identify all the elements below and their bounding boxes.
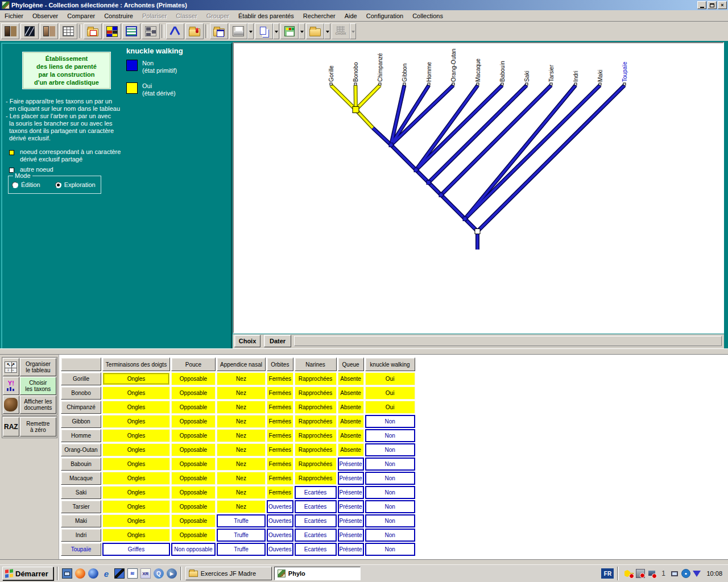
cell-orang-outan-orbites[interactable]: Fermées (267, 443, 293, 456)
cell-gorille-pouce[interactable]: Opposable (171, 372, 216, 385)
taxon-header-gorille[interactable]: Gorille (61, 372, 101, 385)
inner-node[interactable] (439, 193, 443, 197)
cell-macaque-queue[interactable]: Présente (338, 472, 364, 485)
menu-configuration[interactable]: Configuration (362, 11, 408, 20)
taxon-label-bonobo[interactable]: Bonobo (353, 62, 359, 82)
cell-bonobo-pouce[interactable]: Opposable (171, 386, 216, 400)
cell-babouin-pouce[interactable]: Opposable (171, 458, 216, 471)
cell-saki-orbites[interactable]: Fermées (267, 486, 293, 499)
organiser-tableau-button[interactable]: ↖↗↓→ (3, 358, 19, 376)
choisir-taxons-label[interactable]: Choisirles taxons (20, 377, 56, 395)
table-grid-button[interactable] (59, 23, 77, 39)
matrix-button[interactable] (103, 23, 121, 39)
cell-babouin-appendice-nasal[interactable]: Nez (217, 458, 266, 471)
cell-tarsier-queue[interactable]: Présente (338, 500, 364, 513)
cell-toupa-e-narines[interactable]: Ecartées (295, 543, 337, 556)
column-header-narines[interactable]: Narines (295, 357, 337, 371)
cell-tarsier-orbites[interactable]: Ouvertes (267, 500, 293, 513)
compare-faces-button[interactable] (40, 23, 58, 39)
observe-specimens-button[interactable] (1, 23, 19, 39)
taxon-header-indri[interactable]: Indri (61, 529, 101, 542)
cell-babouin-knuckle-walking[interactable]: Non (365, 458, 415, 471)
cell-gibbon-pouce[interactable]: Opposable (171, 415, 216, 428)
open-folder-button[interactable] (306, 23, 324, 39)
draw-tool-icon[interactable] (114, 568, 125, 579)
cell-orang-outan-pouce[interactable]: Opposable (171, 443, 216, 456)
cell-indri-pouce[interactable]: Opposable (171, 529, 216, 542)
cell-homme-queue[interactable]: Absente (338, 429, 364, 442)
taxon-label-orang-outan[interactable]: Orang-Outan (450, 49, 457, 82)
cell-chimpanz-appendice-nasal[interactable]: Nez (217, 401, 266, 414)
cell-macaque-pouce[interactable]: Opposable (171, 472, 216, 485)
taxon-label-toupa-e[interactable]: Toupaïe (622, 61, 628, 82)
cell-toupa-e-appendice-nasal[interactable]: Truffe (217, 543, 266, 556)
print-button[interactable] (229, 23, 247, 39)
cell-saki-knuckle-walking[interactable]: Non (365, 486, 415, 499)
cell-gorille-appendice-nasal[interactable]: Nez (217, 372, 266, 385)
cell-gibbon-orbites[interactable]: Fermées (267, 415, 293, 428)
taxon-label-gibbon[interactable]: Gibbon (402, 64, 408, 82)
cell-saki-narines[interactable]: Ecartées (295, 486, 337, 499)
taxon-header-chimpanz[interactable]: Chimpanzé (61, 401, 101, 414)
cell-babouin-narines[interactable]: Rapprochées (295, 458, 337, 471)
new-work-folder-button[interactable] (185, 23, 204, 39)
cell-bonobo-appendice-nasal[interactable]: Nez (217, 386, 266, 400)
taxon-header-homme[interactable]: Homme (61, 429, 101, 442)
cell-homme-knuckle-walking[interactable]: Non (365, 429, 415, 442)
afficher-documents-button[interactable] (3, 396, 19, 414)
classify-boxes-button[interactable] (142, 23, 160, 39)
cell-orang-outan-appendice-nasal[interactable]: Nez (217, 443, 266, 456)
taxon-label-babouin[interactable]: Babouin (499, 61, 506, 82)
snapshot-icon[interactable] (636, 569, 645, 578)
cell-maki-pouce[interactable]: Opposable (171, 514, 216, 527)
column-header-knuckle-walking[interactable]: knuckle walking (365, 357, 415, 371)
xr-app-icon[interactable]: XR (140, 568, 151, 579)
language-indicator[interactable]: FR (601, 568, 614, 579)
taxon-header-tarsier[interactable]: Tarsier (61, 500, 101, 513)
display-settings-icon[interactable] (670, 569, 679, 578)
start-button[interactable]: Démarrer (2, 567, 53, 580)
reference-folder-button[interactable] (84, 23, 102, 39)
cell-indri-narines[interactable]: Ecartées (295, 529, 337, 542)
copy-pages-button[interactable] (255, 23, 273, 39)
cell-gibbon-knuckle-walking[interactable]: Non (365, 415, 415, 428)
raz-button[interactable]: RAZ (3, 417, 19, 436)
cell-maki-knuckle-walking[interactable]: Non (365, 514, 415, 527)
cell-chimpanz-knuckle-walking[interactable]: Oui (365, 401, 415, 414)
cell-gorille-narines[interactable]: Rapprochées (295, 372, 337, 385)
taxon-header-saki[interactable]: Saki (61, 486, 101, 499)
cell-homme-narines[interactable]: Rapprochées (295, 429, 337, 442)
export-image-button-dropdown[interactable] (299, 23, 305, 39)
cell-tarsier-narines[interactable]: Ecartées (295, 500, 337, 513)
cell-orang-outan-terminaisons-des-doigts[interactable]: Ongles (102, 443, 170, 456)
inner-node[interactable] (427, 181, 431, 185)
print-button-dropdown[interactable] (247, 23, 254, 39)
inner-node[interactable] (389, 143, 393, 147)
open-folder-button-dropdown[interactable] (324, 23, 330, 39)
cell-indri-terminaisons-des-doigts[interactable]: Ongles (102, 529, 170, 542)
shared-node[interactable] (353, 107, 359, 113)
cell-chimpanz-narines[interactable]: Rapprochées (295, 401, 337, 414)
cell-tarsier-appendice-nasal[interactable]: Nez (217, 500, 266, 513)
taxon-header-gibbon[interactable]: Gibbon (61, 415, 101, 428)
quicktime-icon[interactable]: Q (154, 568, 164, 579)
organiser-tableau-label[interactable]: Organiserle tableau (20, 358, 56, 376)
taxon-label-gorille[interactable]: Gorille (328, 65, 334, 82)
choisir-taxons-button[interactable]: Y! (3, 377, 19, 395)
taxon-label-saki[interactable]: Saki (524, 71, 530, 82)
cell-maki-narines[interactable]: Ecartées (295, 514, 337, 527)
xray-view-button[interactable] (20, 23, 39, 39)
internet-explorer-icon[interactable]: e (101, 568, 111, 579)
cell-babouin-orbites[interactable]: Fermées (267, 458, 293, 471)
menu-tablir-des-parent-s[interactable]: Établir des parentés (234, 11, 299, 20)
horizontal-splitter[interactable] (0, 348, 728, 355)
column-header-pouce[interactable]: Pouce (171, 357, 216, 371)
cell-babouin-queue[interactable]: Présente (338, 458, 364, 471)
firefox-icon[interactable] (75, 568, 85, 579)
cell-gorille-terminaisons-des-doigts[interactable]: Ongles (102, 372, 170, 385)
cell-chimpanz-pouce[interactable]: Opposable (171, 401, 216, 414)
column-header-appendice-nasal[interactable]: Appendice nasal (217, 357, 266, 371)
show-desktop-icon[interactable] (62, 568, 72, 579)
export-image-button[interactable] (280, 23, 299, 39)
cell-tarsier-terminaisons-des-doigts[interactable]: Ongles (102, 500, 170, 513)
